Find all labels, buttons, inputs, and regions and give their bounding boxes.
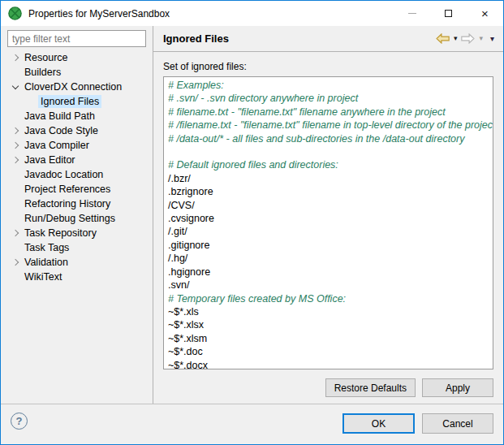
- editor-line: /.bzr/: [168, 172, 489, 185]
- tree-item-project-references[interactable]: Project References: [1, 182, 152, 197]
- tree-item-task-repository[interactable]: Task Repository: [1, 226, 152, 240]
- editor-line: .gitignore: [168, 239, 489, 252]
- editor-line: /.git/: [168, 225, 489, 238]
- tree-item-label: WikiText: [22, 270, 65, 283]
- tree-item-cloverdx-connection[interactable]: CloverDX Connection: [1, 80, 152, 94]
- tree-item-java-code-style[interactable]: Java Code Style: [1, 123, 152, 138]
- tree-item-label: CloverDX Connection: [22, 80, 124, 93]
- title-bar: Properties for MyServerSandbox ×: [1, 1, 503, 26]
- tree-item-label: Ignored Files: [38, 95, 101, 108]
- pane-title: Ignored Files: [163, 32, 229, 45]
- collapsed-chevron-icon[interactable]: [9, 256, 22, 269]
- tree-item-run-debug-settings[interactable]: Run/Debug Settings: [1, 211, 152, 226]
- tree-item-java-build-path[interactable]: Java Build Path: [1, 109, 152, 123]
- collapsed-chevron-icon[interactable]: [9, 139, 22, 152]
- tree-item-label: Project References: [22, 183, 113, 196]
- tree-item-ignored-files[interactable]: Ignored Files: [1, 94, 152, 109]
- header-separator: [153, 51, 503, 52]
- close-button[interactable]: ×: [467, 1, 503, 26]
- expanded-chevron-icon[interactable]: [9, 80, 22, 93]
- properties-tree: ResourceBuildersCloverDX ConnectionIgnor…: [1, 50, 152, 284]
- editor-line: # /filename.txt - "filename.txt" filenam…: [168, 119, 489, 132]
- footer-separator: [1, 404, 503, 404]
- tree-item-label: Java Code Style: [22, 124, 101, 137]
- tree-item-label: Java Editor: [22, 153, 78, 166]
- editor-line: .svn/: [168, 279, 489, 292]
- editor-line: # .svn/ - .svn directory anywhere in pro…: [168, 92, 489, 105]
- editor-line: # Temporary files created by MS Office:: [168, 292, 489, 305]
- tree-item-javadoc-location[interactable]: Javadoc Location: [1, 167, 152, 182]
- editor-line: .cvsignore: [168, 212, 489, 225]
- tree-item-label: Java Compiler: [22, 139, 92, 152]
- ignored-files-editor[interactable]: # Examples:# .svn/ - .svn directory anyw…: [163, 76, 493, 369]
- restore-defaults-button[interactable]: Restore Defaults: [325, 378, 416, 397]
- tree-item-java-editor[interactable]: Java Editor: [1, 153, 152, 167]
- tree-item-label: Refactoring History: [22, 197, 113, 210]
- filter-input[interactable]: [7, 30, 146, 47]
- maximize-button[interactable]: [430, 1, 467, 26]
- twistie-placeholder: [9, 212, 22, 225]
- twistie-placeholder: [9, 168, 22, 181]
- editor-line: ~$*.xls: [168, 305, 489, 318]
- tree-item-validation[interactable]: Validation: [1, 255, 152, 270]
- twistie-placeholder: [9, 110, 22, 123]
- twistie-placeholder: [9, 241, 22, 254]
- editor-line: # filename.txt - "filename.txt" filename…: [168, 106, 489, 119]
- editor-line: .bzrignore: [168, 185, 489, 198]
- collapsed-chevron-icon[interactable]: [9, 124, 22, 137]
- twistie-placeholder: [25, 95, 38, 108]
- apply-button[interactable]: Apply: [422, 378, 493, 397]
- help-button[interactable]: ?: [11, 413, 28, 430]
- tree-item-java-compiler[interactable]: Java Compiler: [1, 138, 152, 153]
- twistie-placeholder: [9, 197, 22, 210]
- tree-item-resource[interactable]: Resource: [1, 50, 152, 65]
- tree-item-label: Javadoc Location: [22, 168, 106, 181]
- tree-item-task-tags[interactable]: Task Tags: [1, 240, 152, 255]
- back-arrow-icon[interactable]: [436, 33, 450, 44]
- minimize-icon: [408, 13, 416, 14]
- forward-arrow-icon[interactable]: [461, 33, 475, 44]
- ignored-files-label: Set of ignored files:: [163, 61, 247, 72]
- forward-history-dropdown-icon[interactable]: ▾: [478, 35, 484, 42]
- tree-item-label: Java Build Path: [22, 110, 97, 123]
- collapsed-chevron-icon[interactable]: [9, 153, 22, 166]
- dialog-body: ResourceBuildersCloverDX ConnectionIgnor…: [1, 26, 503, 444]
- collapsed-chevron-icon[interactable]: [9, 227, 22, 240]
- collapsed-chevron-icon[interactable]: [9, 51, 22, 64]
- tree-item-wikitext[interactable]: WikiText: [1, 270, 152, 284]
- editor-line: /CVS/: [168, 199, 489, 212]
- tree-item-label: Task Tags: [22, 241, 71, 254]
- ignored-files-pane: Ignored Files ▾ ▾ ▾ Set of ignored files…: [153, 26, 503, 444]
- properties-app-icon: [8, 6, 22, 20]
- twistie-placeholder: [9, 270, 22, 283]
- window-title: Properties for MyServerSandbox: [28, 8, 170, 19]
- tree-item-label: Validation: [22, 256, 71, 269]
- editor-line: ~$*.doc: [168, 345, 489, 358]
- minimize-button[interactable]: [394, 1, 430, 26]
- view-menu-icon[interactable]: ▾: [489, 35, 495, 43]
- tree-item-label: Builders: [22, 66, 63, 79]
- editor-line: # Default ignored files and directories:: [168, 158, 489, 171]
- properties-dialog: Properties for MyServerSandbox × Resourc…: [0, 0, 504, 445]
- ok-button[interactable]: OK: [342, 413, 415, 434]
- twistie-placeholder: [9, 66, 22, 79]
- editor-line: # /data-out/* - all files and sub-direct…: [168, 132, 489, 145]
- tree-item-refactoring-history[interactable]: Refactoring History: [1, 197, 152, 211]
- back-history-dropdown-icon[interactable]: ▾: [453, 35, 459, 42]
- cancel-button[interactable]: Cancel: [422, 413, 493, 434]
- editor-line: # Examples:: [168, 79, 489, 92]
- editor-line: ~$*.docx: [168, 359, 489, 369]
- pane-header: Ignored Files ▾ ▾ ▾: [153, 26, 503, 51]
- editor-line: ~$*.xlsm: [168, 332, 489, 345]
- tree-item-label: Task Repository: [22, 227, 99, 240]
- tree-item-builders[interactable]: Builders: [1, 65, 152, 80]
- editor-line: [168, 145, 489, 158]
- editor-line: .hgignore: [168, 266, 489, 279]
- tree-item-label: Resource: [22, 51, 71, 64]
- twistie-placeholder: [9, 183, 22, 196]
- maximize-icon: [445, 10, 452, 17]
- tree-item-label: Run/Debug Settings: [22, 212, 118, 225]
- close-icon: ×: [481, 7, 489, 19]
- editor-line: ~$*.xlsx: [168, 318, 489, 331]
- editor-line: /.hg/: [168, 252, 489, 265]
